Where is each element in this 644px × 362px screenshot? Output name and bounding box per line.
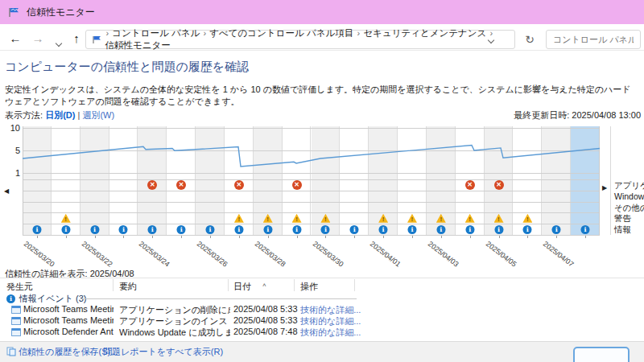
gridline [23,212,600,213]
info-icon[interactable]: i [90,225,99,234]
chart-day-column[interactable] [80,126,109,235]
chart-day-column[interactable] [340,126,369,235]
table-top-border [0,278,644,278]
date-label: 2025/03/30 [311,240,345,269]
gridline [23,179,600,180]
info-events-group[interactable]: i 情報イベント (3) [6,293,87,305]
search-input[interactable] [546,30,641,49]
technical-details-link[interactable]: 技術的な詳細... [300,327,361,339]
info-icon[interactable]: i [234,225,243,234]
column-header-action[interactable]: 操作 [300,281,318,293]
gridline [23,150,600,151]
info-icon[interactable]: i [321,225,330,234]
y-axis-tick-5: 5 [5,146,20,155]
view-mode-row: 表示方法: 日別(D) | 週別(W) [5,109,114,121]
info-icon[interactable]: i [552,225,561,234]
event-summary: アプリケーションの削除に成功しました [119,304,230,316]
scroll-right-arrow-icon[interactable]: ▶ [602,184,607,191]
page-description: 安定性インデックスは、システムの全体的な安定性を 1 から 10 の数値で評価し… [5,84,639,108]
chart-day-column[interactable] [23,126,52,235]
column-divider [294,279,295,291]
scroll-left-arrow-icon[interactable]: ◀ [4,187,9,195]
address-bar[interactable]: › コントロール パネル › すべてのコントロール パネル項目 › セキュリティ… [85,30,515,49]
application-icon [11,328,21,336]
page-title: コンピューターの信頼性と問題の履歴を確認 [5,60,249,75]
breadcrumb-segment[interactable]: すべてのコントロール パネル項目 [207,28,356,38]
error-icon[interactable]: ✕ [465,180,475,190]
forward-button[interactable]: → [29,30,47,47]
reliability-monitor-icon [92,35,101,44]
address-dropdown[interactable] [489,35,493,44]
application-icon [11,306,21,314]
view-daily-link[interactable]: 日別(D) [45,110,75,120]
info-icon[interactable]: i [292,225,301,234]
error-icon[interactable]: ✕ [494,180,504,190]
info-icon[interactable]: i [350,225,359,234]
breadcrumb-segment[interactable]: セキュリティとメンテナンス [361,28,489,38]
last-updated: 最終更新日時: 2025/04/08 13:00 [514,109,641,121]
info-icon[interactable]: i [379,225,388,234]
info-icon[interactable]: i [177,225,186,234]
info-icon[interactable]: i [581,225,590,234]
technical-details-link[interactable]: 技術的な詳細... [300,315,361,327]
breadcrumb-segment[interactable]: コントロール パネル [109,28,202,38]
event-table-row[interactable]: Microsoft Teams Meeting ...アプリケーションのインスト… [0,315,370,327]
error-icon[interactable]: ✕ [176,180,186,190]
error-icon[interactable]: ✕ [234,180,244,190]
gridline [23,235,600,236]
column-divider [354,279,355,291]
up-button[interactable]: ↑ [68,30,85,47]
event-date: 2025/04/08 5:33 [233,304,298,314]
event-row-label: 警告 [614,213,631,224]
error-icon[interactable]: ✕ [147,180,157,190]
date-label: 2025/03/22 [80,240,114,269]
chart-day-column[interactable] [196,126,225,235]
gridline [23,173,600,174]
panel-divider [610,126,611,235]
info-icon[interactable]: i [494,225,503,234]
event-summary: Windows Update に成功しました [119,327,230,339]
application-icon [11,317,21,325]
event-row-label: 情報 [614,224,631,236]
date-label: 2025/04/03 [427,240,460,269]
view-all-reports-link[interactable]: 問題レポートをすべて表示(R) [103,346,223,358]
info-icon[interactable]: i [436,225,445,234]
breadcrumb-segment[interactable]: 信頼性モニター [105,40,171,50]
info-icon[interactable]: i [61,225,70,234]
chart-day-column[interactable] [571,126,600,235]
chart-day-column[interactable] [542,126,571,235]
info-icon[interactable]: i [407,225,416,234]
chart-border [599,126,600,235]
info-icon[interactable]: i [119,225,128,234]
column-header-source[interactable]: 発生元 [6,281,33,293]
technical-details-link[interactable]: 技術的な詳細... [300,304,361,316]
info-icon[interactable]: i [32,225,41,234]
window-title: 信頼性モニター [27,6,95,19]
chart-day-column[interactable] [109,126,138,235]
gridline [23,224,600,224]
column-header-date[interactable]: 日付˄ [233,281,266,293]
column-header-summary[interactable]: 要約 [119,281,137,293]
info-icon[interactable]: i [263,225,272,234]
back-button[interactable]: ← [6,30,24,47]
refresh-button[interactable]: ↻ [520,30,539,49]
ok-button[interactable] [573,347,630,362]
view-weekly-link[interactable]: 週別(W) [82,110,114,120]
recent-pages-dropdown[interactable] [50,33,68,51]
date-label: 2025/04/05 [484,240,518,269]
event-table-row[interactable]: Microsoft Teams Meeting ...アプリケーションの削除に成… [0,304,370,315]
info-icon[interactable]: i [206,225,215,234]
gridline [23,128,600,129]
title-bar: 信頼性モニター [0,0,644,24]
info-icon[interactable]: i [148,225,157,234]
error-icon[interactable]: ✕ [292,180,302,190]
event-row-label: Windows エラー [614,191,644,203]
reliability-monitor-icon [8,7,20,18]
column-divider [113,279,114,291]
event-date: 2025/04/08 7:48 [233,327,298,336]
chevron-down-icon [56,40,62,47]
save-history-link[interactable]: 信頼性の履歴を保存(S)... [6,346,118,358]
info-icon[interactable]: i [465,225,474,234]
info-icon[interactable]: i [523,225,532,234]
event-table-row[interactable]: Microsoft Defender Antivi...Windows Upda… [0,327,370,338]
